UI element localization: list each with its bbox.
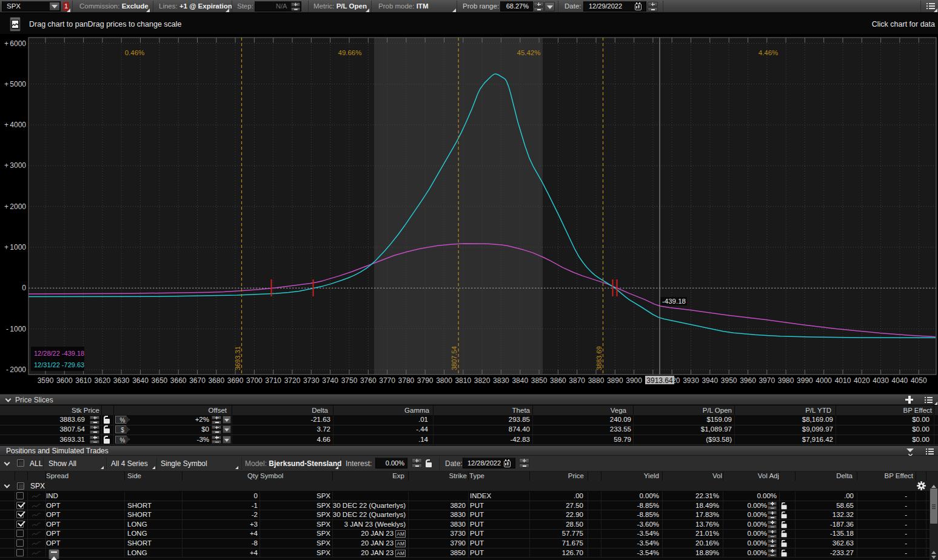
svg-text:4030: 4030 bbox=[873, 376, 889, 385]
svg-text:+ 5000: + 5000 bbox=[4, 80, 26, 88]
svg-text:3913.64: 3913.64 bbox=[646, 376, 673, 385]
svg-text:3720: 3720 bbox=[284, 376, 301, 385]
svg-text:3880: 3880 bbox=[588, 376, 605, 385]
svg-text:3980: 3980 bbox=[778, 376, 794, 385]
svg-text:45.42%: 45.42% bbox=[517, 49, 540, 56]
svg-text:+ 2000: + 2000 bbox=[4, 202, 26, 211]
svg-text:3750: 3750 bbox=[341, 376, 358, 385]
svg-text:- 1000: - 1000 bbox=[6, 325, 26, 333]
svg-text:3693.31: 3693.31 bbox=[234, 346, 241, 370]
svg-text:3970: 3970 bbox=[759, 376, 775, 385]
svg-text:+ 4000: + 4000 bbox=[4, 121, 26, 129]
svg-text:3700: 3700 bbox=[246, 376, 263, 385]
svg-text:+ 1000: + 1000 bbox=[4, 243, 26, 252]
svg-text:3840: 3840 bbox=[512, 376, 528, 385]
svg-text:3930: 3930 bbox=[683, 376, 699, 385]
svg-text:3640: 3640 bbox=[132, 376, 149, 385]
svg-text:12/28/22 -439.18: 12/28/22 -439.18 bbox=[34, 350, 84, 357]
svg-text:3710: 3710 bbox=[265, 376, 281, 385]
svg-text:0: 0 bbox=[22, 284, 26, 292]
svg-text:3620: 3620 bbox=[95, 376, 111, 385]
svg-text:3960: 3960 bbox=[740, 376, 756, 385]
svg-text:3630: 3630 bbox=[113, 376, 130, 385]
svg-text:3830: 3830 bbox=[493, 376, 509, 385]
svg-text:-439.18: -439.18 bbox=[662, 298, 686, 305]
svg-text:3860: 3860 bbox=[550, 376, 566, 385]
svg-text:3990: 3990 bbox=[797, 376, 813, 385]
svg-text:49.66%: 49.66% bbox=[338, 49, 361, 56]
svg-text:3820: 3820 bbox=[474, 376, 491, 385]
svg-text:4.46%: 4.46% bbox=[759, 49, 779, 56]
svg-text:3660: 3660 bbox=[170, 376, 187, 385]
svg-text:3600: 3600 bbox=[56, 376, 73, 385]
svg-text:3890: 3890 bbox=[607, 376, 623, 385]
svg-text:4020: 4020 bbox=[854, 376, 870, 385]
svg-text:3790: 3790 bbox=[417, 376, 434, 385]
svg-text:4010: 4010 bbox=[835, 376, 851, 385]
svg-text:3810: 3810 bbox=[455, 376, 471, 385]
svg-text:3850: 3850 bbox=[531, 376, 548, 385]
svg-text:3590: 3590 bbox=[38, 376, 54, 385]
svg-text:3740: 3740 bbox=[322, 376, 338, 385]
svg-text:3807.54: 3807.54 bbox=[451, 346, 458, 370]
svg-text:3690: 3690 bbox=[227, 376, 244, 385]
svg-text:3900: 3900 bbox=[626, 376, 642, 385]
svg-text:3780: 3780 bbox=[398, 376, 415, 385]
svg-text:3770: 3770 bbox=[379, 376, 395, 385]
svg-text:3940: 3940 bbox=[702, 376, 718, 385]
svg-text:4000: 4000 bbox=[816, 376, 832, 385]
svg-text:- 2000: - 2000 bbox=[6, 365, 26, 374]
svg-text:0.46%: 0.46% bbox=[125, 49, 145, 56]
svg-text:3730: 3730 bbox=[303, 376, 320, 385]
svg-text:12/31/22 -729.63: 12/31/22 -729.63 bbox=[34, 361, 84, 368]
svg-text:3870: 3870 bbox=[569, 376, 585, 385]
svg-text:+ 6000: + 6000 bbox=[4, 39, 26, 48]
svg-text:3883.69: 3883.69 bbox=[595, 346, 603, 370]
svg-text:3610: 3610 bbox=[75, 376, 92, 385]
svg-text:3950: 3950 bbox=[721, 376, 737, 385]
svg-text:3760: 3760 bbox=[360, 376, 377, 385]
svg-text:3800: 3800 bbox=[436, 376, 452, 385]
svg-text:4040: 4040 bbox=[892, 376, 908, 385]
svg-text:+ 3000: + 3000 bbox=[4, 161, 26, 170]
svg-text:3670: 3670 bbox=[189, 376, 206, 385]
svg-text:4050: 4050 bbox=[911, 376, 927, 385]
svg-text:3650: 3650 bbox=[152, 376, 168, 385]
svg-text:3680: 3680 bbox=[208, 376, 224, 385]
